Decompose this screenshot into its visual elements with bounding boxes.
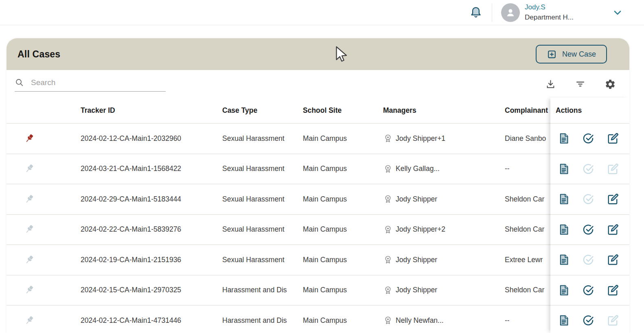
case-type-cell: Sexual Harassment [222,134,303,143]
check-circle-icon [582,163,594,175]
table-row[interactable]: 2024-02-12-CA-Main1-4731446 Harassment a… [7,305,629,333]
mark-complete-button[interactable] [582,284,594,296]
new-case-button[interactable]: New Case [536,45,607,64]
edit-case-button[interactable] [607,193,619,205]
case-type-cell: Harassment and Dis [222,286,303,294]
case-document-button[interactable] [558,284,570,296]
case-document-button[interactable] [558,132,570,145]
school-site-cell: Main Campus [303,316,383,325]
manager-badge-icon [383,315,393,325]
notifications-bell-icon[interactable] [469,6,483,20]
edit-case-button[interactable] [607,284,619,296]
actions-header: Actions [550,98,629,123]
table-row[interactable]: 2024-02-29-CA-Main1-5183444 Sexual Haras… [7,184,629,214]
edit-icon [607,314,619,326]
case-document-button[interactable] [558,223,570,236]
app-topbar: Jody.S Department H... [0,0,644,25]
tracker-id-header: Tracker ID [81,106,222,115]
case-type-cell: Sexual Harassment [222,164,303,173]
actions-row [550,153,629,184]
managers-cell: Jody Shipper+1 [396,134,445,143]
actions-column: Actions [550,98,629,333]
mark-complete-button[interactable] [582,254,594,266]
case-type-cell: Sexual Harassment [222,256,303,264]
mark-complete-button[interactable] [582,132,594,145]
edit-case-button[interactable] [607,163,619,175]
document-icon [558,163,570,175]
document-icon [558,193,570,205]
table-toolbar [7,70,629,98]
pin-icon[interactable] [24,224,35,235]
managers-cell: Jody Shipper [396,286,437,294]
pin-icon[interactable] [24,315,35,326]
user-avatar[interactable] [501,3,520,22]
mark-complete-button[interactable] [582,223,594,236]
edit-case-button[interactable] [607,314,619,326]
settings-gear-icon[interactable] [605,79,616,90]
edit-case-button[interactable] [607,132,619,145]
edit-icon [607,132,619,145]
manager-badge-icon [383,285,393,295]
manager-badge-icon [383,225,393,234]
table-row[interactable]: 2024-02-12-CA-Main1-2032960 Sexual Haras… [7,123,629,153]
table-row[interactable]: 2024-03-21-CA-Main1-1568422 Sexual Haras… [7,153,629,184]
actions-row [550,214,629,245]
pin-icon[interactable] [24,285,35,296]
case-document-button[interactable] [558,314,570,326]
case-type-cell: Sexual Harassment [222,195,303,204]
page-title: All Cases [18,49,60,60]
school-site-cell: Main Campus [303,164,383,173]
edit-case-button[interactable] [607,254,619,266]
search-icon [15,78,24,87]
case-document-button[interactable] [558,193,570,205]
document-icon [558,314,570,326]
mark-complete-button[interactable] [582,193,594,205]
case-type-cell: Sexual Harassment [222,225,303,234]
topbar-divider [492,3,492,22]
plus-square-icon [547,49,557,59]
mark-complete-button[interactable] [582,163,594,175]
case-document-button[interactable] [558,254,570,266]
check-circle-icon [582,132,594,145]
school-site-header: School Site [303,106,383,115]
manager-badge-icon [383,194,393,204]
school-site-cell: Main Campus [303,195,383,204]
school-site-cell: Main Campus [303,286,383,294]
table-row[interactable]: 2024-02-22-CA-Main1-5839276 Sexual Haras… [7,214,629,245]
pin-icon[interactable] [24,254,35,265]
tracker-id-cell: 2024-02-12-CA-Main1-4731446 [81,316,222,325]
case-document-button[interactable] [558,163,570,175]
actions-row [550,305,629,333]
tracker-id-cell: 2024-02-12-CA-Main1-2032960 [81,134,222,143]
user-info[interactable]: Jody.S Department H... [525,2,574,22]
tracker-id-cell: 2024-02-22-CA-Main1-5839276 [81,225,222,234]
panel-header: All Cases New Case [7,38,629,70]
school-site-cell: Main Campus [303,134,383,143]
document-icon [558,132,570,145]
toolbar-icons [545,79,616,90]
edit-case-button[interactable] [607,223,619,236]
download-icon[interactable] [545,79,556,90]
tracker-id-cell: 2024-02-15-CA-Main1-2970325 [81,286,222,294]
check-circle-icon [582,254,594,266]
table-row[interactable]: 2024-02-19-CA-Main1-2151936 Sexual Haras… [7,244,629,275]
pin-icon[interactable] [24,133,35,144]
check-circle-icon [582,314,594,326]
case-type-cell: Harassment and Dis [222,316,303,325]
all-cases-panel: All Cases New Case Tracker ID Case Type … [7,38,629,333]
tracker-id-cell: 2024-02-19-CA-Main1-2151936 [81,256,222,264]
manager-badge-icon [383,164,393,174]
mark-complete-button[interactable] [582,314,594,326]
search-input[interactable] [31,78,166,87]
managers-cell: Jody Shipper [396,195,437,204]
pin-icon[interactable] [24,194,35,205]
filter-icon[interactable] [575,79,586,90]
managers-cell: Jody Shipper+2 [396,225,445,234]
user-name: Jody.S [525,2,574,13]
table-row[interactable]: 2024-02-15-CA-Main1-2970325 Harassment a… [7,275,629,305]
table-header-row: Tracker ID Case Type School Site Manager… [7,98,629,123]
edit-icon [607,254,619,266]
user-menu-chevron-down-icon[interactable] [612,7,623,18]
search-field[interactable] [15,76,166,92]
pin-icon[interactable] [24,163,35,174]
